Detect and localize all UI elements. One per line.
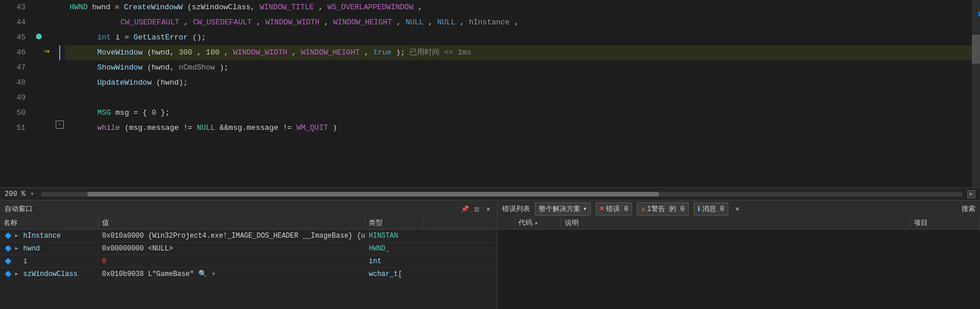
code-editor: 43 44 45 46 47 48 49 50 51 ⇒ -: [0, 0, 980, 200]
code-line-49: [65, 90, 972, 106]
ln-47: 47: [5, 60, 26, 75]
scroll-thumb: [972, 35, 980, 64]
ln-43: 43: [5, 0, 26, 15]
error-list-panel: 错误列表 整个解决方案 ▾ ✖ 错误 0 ⚠ 1警告 的 0 ℹ 消息 0 ✕: [498, 201, 980, 309]
vertical-scrollbar[interactable]: [972, 0, 980, 187]
szWindowClass-label: szWindowClass: [23, 270, 78, 278]
solution-dropdown[interactable]: 整个解决方案 ▾: [535, 202, 591, 216]
var-name-i: 🔷 i: [0, 255, 99, 267]
error-list-body: [498, 230, 980, 309]
szWindowClass-type: wchar_t[: [365, 268, 423, 280]
var-row-hInstance[interactable]: 🔷 ▶ hInstance 0x010a0000 {Win32Project4.…: [0, 230, 497, 242]
error-count-badge[interactable]: ✖ 错误 0: [596, 202, 632, 216]
bottom-panels: 自动窗口 📌 ◫ ✕ 名称 值 类型 🔷 ▶ hInstance: [0, 200, 980, 309]
zoom-level[interactable]: 200 %: [5, 190, 26, 198]
warning-count-badge[interactable]: ⚠ 1警告 的 0: [637, 202, 688, 216]
auto-window-float-btn[interactable]: ◫: [473, 205, 481, 213]
auto-window-header: 名称 值 类型: [0, 217, 497, 230]
ln-46: 46: [5, 45, 26, 60]
code-line-44: CW_USEDEFAULT , CW_USEDEFAULT , WINDOW_W…: [65, 15, 972, 30]
hwnd-type: HWND_: [365, 242, 423, 255]
info-count: 消息 0: [702, 204, 724, 214]
err-col-desc[interactable]: 说明: [561, 217, 910, 229]
breakpoint-dot: [36, 34, 42, 39]
search-area: 搜索: [961, 204, 975, 214]
error-count: 错误 0: [606, 204, 628, 214]
hInstance-type: HINSTAN: [365, 230, 423, 242]
var-row-hwnd[interactable]: 🔷 ▶ hwnd 0x00000000 <NULL> HWND_: [0, 242, 497, 255]
ln-45: 45: [5, 30, 26, 45]
i-value: 0: [99, 255, 365, 267]
error-table-header: 代码 ▲ 说明 项目: [498, 217, 980, 230]
var-name-szWindowClass: 🔷 ▶ szWindowClass: [0, 268, 99, 280]
code-area: 43 44 45 46 47 48 49 50 51 ⇒ -: [0, 0, 980, 187]
ln-50: 50: [5, 106, 26, 121]
info-circle-icon: ℹ: [698, 205, 700, 213]
auto-window-panel: 自动窗口 📌 ◫ ✕ 名称 值 类型 🔷 ▶ hInstance: [0, 201, 498, 309]
hInstance-icon: 🔷: [3, 231, 13, 241]
auto-window-toolbar: 自动窗口 📌 ◫ ✕: [0, 201, 497, 217]
auto-window-controls: 📌 ◫ ✕: [461, 205, 492, 213]
auto-window-close-btn[interactable]: ✕: [484, 205, 492, 213]
code-line-50: MSG msg = { 0 };: [65, 106, 972, 121]
code-line-47: ShowWindow (hwnd, nCmdShow );: [65, 60, 972, 75]
ln-49: 49: [5, 90, 26, 106]
err-col-icon: [498, 217, 515, 229]
i-label: i: [23, 257, 27, 266]
code-line-45: int i = GetLastError ();: [65, 30, 972, 45]
zoom-dropdown[interactable]: ▾: [30, 190, 34, 198]
var-name-hwnd: 🔷 ▶ hwnd: [0, 242, 99, 255]
i-icon: 🔷: [3, 257, 13, 266]
szWindowClass-icon: 🔷: [3, 270, 13, 279]
expand-szWindowClass[interactable]: ▶: [15, 271, 22, 278]
horizontal-scrollbar[interactable]: [41, 192, 963, 197]
warning-count: 1警告 的 0: [647, 204, 685, 214]
error-list-toolbar: 错误列表 整个解决方案 ▾ ✖ 错误 0 ⚠ 1警告 的 0 ℹ 消息 0 ✕: [498, 201, 980, 217]
search-label: 搜索: [961, 204, 975, 214]
auto-window-title: 自动窗口: [5, 204, 32, 214]
hwnd-value: 0x00000000 <NULL>: [99, 242, 365, 255]
col-header-name: 名称: [0, 217, 99, 229]
expand-i: [15, 258, 22, 265]
error-x-icon: ✖: [600, 204, 604, 213]
hwnd-label: hwnd: [23, 245, 40, 253]
var-row-szWindowClass[interactable]: 🔷 ▶ szWindowClass 0x010b9038 L"GameBase"…: [0, 268, 497, 281]
auto-window-pin-btn[interactable]: 📌: [461, 205, 469, 213]
hInstance-label: hInstance: [23, 232, 61, 240]
filter-clear-btn[interactable]: ✕: [733, 203, 742, 215]
code-line-51: while (msg.message != NULL &&msg.message…: [65, 121, 972, 136]
code-line-46: MoveWindow (hwnd, 300 , 100 , WINDOW_WID…: [65, 45, 972, 60]
col-header-type: 类型: [365, 217, 423, 229]
code-lines: HWND hwnd = CreateWindowW (szWindowClass…: [65, 0, 972, 187]
current-line-bar: [59, 45, 60, 60]
dropdown-chevron-icon: ▾: [583, 205, 587, 213]
expand-hInstance: ▶: [15, 232, 22, 239]
scroll-right-btn[interactable]: ▶: [967, 190, 975, 198]
info-count-badge[interactable]: ℹ 消息 0: [694, 202, 728, 216]
szWindowClass-value: 0x010b9038 L"GameBase" 🔍 ▾: [99, 268, 365, 280]
col-header-value: 值: [99, 217, 365, 229]
auto-window-table: 名称 值 类型 🔷 ▶ hInstance 0x010a0000 {Win32P…: [0, 217, 497, 309]
warning-triangle-icon: ⚠: [641, 205, 645, 213]
var-name-hInstance: 🔷 ▶ hInstance: [0, 230, 99, 242]
code-line-43: HWND hwnd = CreateWindowW (szWindowClass…: [65, 0, 972, 15]
code-line-48: UpdateWindow (hwnd);: [65, 75, 972, 90]
hwnd-icon: 🔷: [3, 244, 13, 253]
sort-arrow-icon: ▲: [535, 220, 538, 226]
var-row-i[interactable]: 🔷 i 0 int: [0, 255, 497, 268]
h-scroll-thumb: [88, 192, 659, 197]
debug-arrow: ⇒: [44, 45, 50, 57]
ln-44: 44: [5, 15, 26, 30]
zoom-bar: 200 % ▾ ▶: [0, 187, 980, 200]
expand-hwnd[interactable]: ▶: [15, 245, 22, 252]
err-col-proj[interactable]: 项目: [910, 217, 980, 229]
ln-51: 51: [5, 121, 26, 136]
hInstance-value: 0x010a0000 {Win32Project4.exe!_IMAGE_DOS…: [99, 230, 365, 242]
fold-button-51[interactable]: -: [56, 121, 64, 129]
error-list-title: 错误列表: [502, 204, 530, 214]
err-col-code[interactable]: 代码 ▲: [515, 217, 561, 229]
ln-48: 48: [5, 75, 26, 90]
szWindowClass-search-icon[interactable]: 🔍 ▾: [198, 270, 215, 278]
line-numbers: 43 44 45 46 47 48 49 50 51: [0, 0, 35, 187]
i-type: int: [365, 255, 423, 267]
